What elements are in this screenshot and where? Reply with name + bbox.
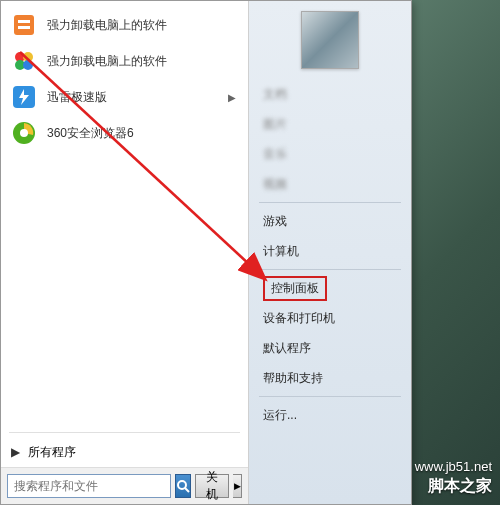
right-menu-item[interactable]: 游戏	[249, 206, 411, 236]
menu-label: 帮助和支持	[263, 370, 323, 387]
highlight-box: 控制面板	[263, 276, 327, 301]
shutdown-button[interactable]: 关机	[195, 474, 229, 498]
shutdown-label: 关机	[206, 469, 218, 503]
all-programs-label: 所有程序	[28, 444, 76, 461]
watermark-name: 脚本之家	[415, 476, 492, 497]
submenu-arrow-icon: ▶	[228, 92, 236, 103]
magnifier-icon	[176, 479, 190, 493]
program-item[interactable]: 强力卸载电脑上的软件	[3, 43, 246, 79]
program-label: 迅雷极速版	[47, 89, 228, 106]
program-label: 强力卸载电脑上的软件	[47, 53, 240, 70]
search-row: 关机 ▶	[1, 467, 248, 504]
right-menu-item[interactable]: 控制面板	[249, 273, 411, 303]
svg-point-9	[20, 129, 28, 137]
menu-label: 视频	[263, 176, 287, 193]
right-menu-item[interactable]: 音乐	[249, 139, 411, 169]
menu-label: 音乐	[263, 146, 287, 163]
watermark-url: www.jb51.net	[415, 459, 492, 476]
clover-icon	[9, 46, 39, 76]
right-menu-item[interactable]: 运行...	[249, 400, 411, 430]
svg-point-6	[23, 60, 33, 70]
separator	[259, 269, 401, 270]
browser-icon	[9, 118, 39, 148]
right-menu-item[interactable]: 默认程序	[249, 333, 411, 363]
program-item[interactable]: 360安全浏览器6	[3, 115, 246, 151]
separator	[259, 202, 401, 203]
menu-label: 计算机	[263, 243, 299, 260]
right-menu-item[interactable]: 文档	[249, 79, 411, 109]
start-menu-right-column: 文档图片音乐视频游戏计算机控制面板设备和打印机默认程序帮助和支持运行...	[249, 1, 411, 504]
uninstall-icon	[9, 10, 39, 40]
menu-label: 游戏	[263, 213, 287, 230]
right-menu-item[interactable]: 设备和打印机	[249, 303, 411, 333]
program-item[interactable]: 强力卸载电脑上的软件	[3, 7, 246, 43]
svg-line-11	[185, 488, 189, 492]
triangle-icon: ▶	[11, 445, 20, 459]
menu-label: 默认程序	[263, 340, 311, 357]
watermark: www.jb51.net 脚本之家	[415, 459, 492, 497]
menu-label: 文档	[263, 86, 287, 103]
search-button[interactable]	[175, 474, 191, 498]
program-item[interactable]: 迅雷极速版▶	[3, 79, 246, 115]
right-menu-item[interactable]: 图片	[249, 109, 411, 139]
program-label: 强力卸载电脑上的软件	[47, 17, 240, 34]
right-menu-item[interactable]: 视频	[249, 169, 411, 199]
menu-label: 设备和打印机	[263, 310, 335, 327]
chevron-right-icon: ▶	[234, 481, 241, 491]
thunder-icon	[9, 82, 39, 112]
separator	[259, 396, 401, 397]
svg-rect-2	[18, 26, 30, 29]
separator	[9, 432, 240, 433]
svg-rect-0	[14, 15, 34, 35]
start-menu: 强力卸载电脑上的软件强力卸载电脑上的软件迅雷极速版▶360安全浏览器6 ▶ 所有…	[0, 0, 412, 505]
shutdown-options-button[interactable]: ▶	[233, 474, 242, 498]
user-avatar[interactable]	[301, 11, 359, 69]
search-input[interactable]	[7, 474, 171, 498]
start-menu-left-column: 强力卸载电脑上的软件强力卸载电脑上的软件迅雷极速版▶360安全浏览器6 ▶ 所有…	[1, 1, 249, 504]
all-programs-button[interactable]: ▶ 所有程序	[1, 437, 248, 467]
right-menu-item[interactable]: 计算机	[249, 236, 411, 266]
right-menu-item[interactable]: 帮助和支持	[249, 363, 411, 393]
menu-label: 运行...	[263, 407, 297, 424]
svg-point-10	[178, 481, 186, 489]
svg-rect-1	[18, 20, 30, 23]
menu-label: 图片	[263, 116, 287, 133]
program-list: 强力卸载电脑上的软件强力卸载电脑上的软件迅雷极速版▶360安全浏览器6	[1, 1, 248, 428]
program-label: 360安全浏览器6	[47, 125, 240, 142]
